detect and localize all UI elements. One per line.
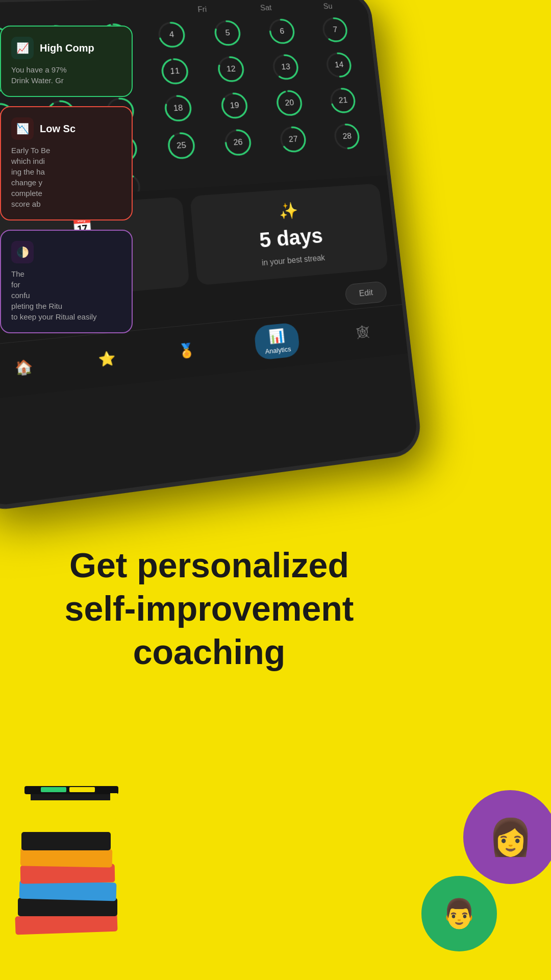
calendar-day-6: 6	[254, 14, 310, 49]
low-score-card: 📉 Low Sc Early To Bewhich indiing the ha…	[0, 106, 133, 220]
calendar-day-20: 20	[261, 85, 318, 121]
calendar-day-14: 14	[311, 47, 367, 83]
calendar-day-4: 4	[142, 17, 201, 53]
ritual-card: 🌓 Theforconfupleting the Rituto keep you…	[0, 230, 133, 333]
nav-home[interactable]: 🏠	[14, 358, 33, 377]
goals-icon: ⭐	[97, 350, 116, 368]
best-streak-label: in your best streak	[261, 253, 325, 267]
calendar-day-28: 28	[319, 118, 375, 155]
calendar-day-12: 12	[202, 51, 260, 87]
col-header	[0, 10, 23, 20]
col-header: Su	[307, 2, 348, 11]
calendar-day-7: 7	[308, 13, 363, 47]
nav-awards[interactable]: 🏅	[178, 341, 195, 359]
high-compliance-card: 📈 High Comp You have a 97%Drink Water. G…	[0, 26, 133, 97]
edit-button[interactable]: Edit	[344, 281, 388, 305]
home-icon: 🏠	[14, 358, 33, 377]
high-comp-body: You have a 97%Drink Water. Gr	[11, 64, 121, 86]
col-header	[45, 8, 92, 18]
books-illustration	[15, 786, 158, 949]
calendar-day-5: 5	[199, 15, 257, 51]
calendar-day-25: 25	[152, 127, 211, 165]
col-header: Sat	[244, 3, 287, 12]
high-comp-icon: 📈	[11, 37, 34, 59]
analytics-icon: 📊	[268, 328, 285, 345]
avatar-2: 👨	[418, 873, 500, 954]
low-score-icon: 📉	[11, 117, 34, 140]
streak-sparkle-icon: ✨	[278, 201, 299, 220]
high-comp-title: High Comp	[40, 42, 94, 54]
low-score-title: Low Sc	[40, 123, 76, 135]
left-cards-panel: 📈 High Comp You have a 97%Drink Water. G…	[0, 26, 133, 333]
calendar-day-26: 26	[209, 124, 267, 162]
calendar-day-18: 18	[148, 89, 208, 127]
calendar-day-13: 13	[257, 49, 314, 85]
calendar-day-19: 19	[206, 87, 264, 125]
ritual-icon: 🌓	[11, 241, 34, 263]
col-header	[114, 6, 159, 16]
best-streak-card: ✨ 5 days in your best streak	[190, 183, 388, 285]
nav-analytics[interactable]: 📊 Analytics	[254, 322, 300, 360]
ritual-body: Theforconfupleting the Rituto keep your …	[11, 268, 121, 322]
nav-settings[interactable]: 🕸	[356, 324, 370, 341]
awards-icon: 🏅	[178, 341, 195, 359]
best-streak-number: 5 days	[258, 224, 323, 252]
low-score-body: Early To Bewhich indiing the hachange yc…	[11, 145, 121, 209]
analytics-label: Analytics	[265, 345, 291, 355]
settings-icon: 🕸	[356, 324, 370, 341]
calendar-day-21: 21	[315, 83, 371, 119]
coaching-title: Get personalized self-improvement coachi…	[41, 544, 378, 674]
calendar-day-11: 11	[145, 53, 205, 90]
calendar-day-27: 27	[265, 120, 322, 158]
col-header: Fri	[180, 5, 224, 14]
nav-goals[interactable]: ⭐	[97, 350, 116, 368]
